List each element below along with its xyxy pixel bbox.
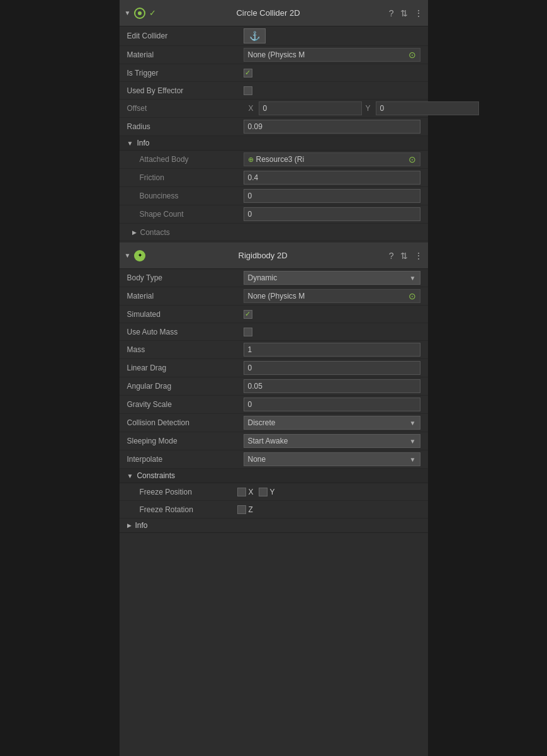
gravity-scale-label: Gravity Scale: [127, 400, 244, 409]
edit-collider-button[interactable]: ⚓: [244, 28, 266, 43]
freeze-position-x-checkbox[interactable]: [237, 488, 246, 496]
linear-drag-label: Linear Drag: [127, 364, 244, 372]
offset-label: Offset: [127, 104, 244, 113]
collision-detection-dropdown[interactable]: Discrete ▼: [244, 416, 420, 430]
contacts-label: Contacts: [140, 228, 170, 237]
attached-body-value: ⊕ Resource3 (Ri ⊙: [244, 152, 420, 166]
radius-input[interactable]: [244, 120, 420, 134]
shape-count-label: Shape Count: [127, 210, 244, 219]
interpolate-arrow-icon: ▼: [410, 456, 416, 463]
circle-collider-help-icon[interactable]: ?: [389, 8, 394, 18]
radius-value: [244, 120, 420, 134]
friction-row: Friction: [120, 169, 428, 187]
constraints-chevron-icon: ▼: [127, 472, 133, 479]
info-section-header[interactable]: ▼ Info: [120, 136, 428, 151]
rigidbody-chevron[interactable]: ▼: [125, 252, 131, 259]
shape-count-value: [244, 207, 420, 221]
interpolate-label: Interpolate: [127, 455, 244, 464]
body-type-text: Dynamic: [248, 273, 278, 282]
rigidbody-material-row: Material None (Physics M ⊙: [120, 287, 428, 306]
contacts-chevron-icon: ▶: [132, 229, 137, 236]
collision-detection-arrow-icon: ▼: [410, 420, 416, 427]
freeze-position-row: Freeze Position X Y: [120, 483, 428, 501]
simulated-checkbox[interactable]: [244, 310, 252, 319]
body-type-label: Body Type: [127, 273, 244, 282]
rigidbody-info-label: Info: [135, 521, 148, 530]
freeze-position-y-checkbox[interactable]: [259, 488, 268, 496]
angular-drag-input[interactable]: [244, 379, 420, 393]
interpolate-row: Interpolate None ▼: [120, 450, 428, 469]
shape-count-row: Shape Count: [120, 205, 428, 224]
angular-drag-label: Angular Drag: [127, 382, 244, 391]
sleeping-mode-text: Start Awake: [248, 437, 288, 445]
bounciness-row: Bounciness: [120, 187, 428, 205]
sleeping-mode-dropdown[interactable]: Start Awake ▼: [244, 434, 420, 448]
rigidbody-material-field[interactable]: None (Physics M ⊙: [244, 289, 420, 303]
used-by-effector-value: [244, 86, 420, 95]
collider-material-target-icon[interactable]: ⊙: [409, 50, 416, 60]
circle-collider-sliders-icon[interactable]: ⇅: [400, 8, 408, 18]
simulated-value: [244, 310, 420, 319]
offset-x-input[interactable]: [259, 101, 362, 115]
mass-label: Mass: [127, 345, 244, 354]
rigidbody-material-target-icon[interactable]: ⊙: [409, 291, 416, 301]
body-type-arrow-icon: ▼: [410, 275, 416, 282]
simulated-row: Simulated: [120, 306, 428, 323]
circle-collider-menu-icon[interactable]: ⋮: [414, 8, 423, 18]
mass-row: Mass: [120, 341, 428, 359]
freeze-rotation-z-checkbox[interactable]: [237, 505, 246, 514]
offset-y-key: Y: [366, 104, 373, 113]
constraints-section-header[interactable]: ▼ Constraints: [120, 469, 428, 483]
circle-collider-chevron[interactable]: ▼: [125, 9, 131, 16]
sleeping-mode-label: Sleeping Mode: [127, 437, 244, 445]
bounciness-input[interactable]: [244, 189, 420, 203]
offset-x-key: X: [249, 104, 256, 113]
collider-material-field[interactable]: None (Physics M ⊙: [244, 48, 420, 62]
angular-drag-row: Angular Drag: [120, 377, 428, 396]
used-by-effector-checkbox[interactable]: [244, 86, 252, 95]
use-auto-mass-label: Use Auto Mass: [127, 328, 244, 336]
circle-collider-header: ▼ ✓ Circle Collider 2D ? ⇅ ⋮: [120, 0, 428, 26]
rigidbody-header-icons: ? ⇅ ⋮: [389, 251, 423, 261]
offset-row: Offset X Y: [120, 100, 428, 118]
friction-input[interactable]: [244, 171, 420, 185]
shape-count-input[interactable]: [244, 207, 420, 221]
rigidbody-title: Rigidbody 2D: [137, 251, 388, 260]
attached-body-row: Attached Body ⊕ Resource3 (Ri ⊙: [120, 151, 428, 169]
is-trigger-row: Is Trigger: [120, 64, 428, 82]
gravity-scale-row: Gravity Scale: [120, 396, 428, 414]
sleeping-mode-row: Sleeping Mode Start Awake ▼: [120, 432, 428, 450]
attached-body-field[interactable]: ⊕ Resource3 (Ri ⊙: [244, 152, 420, 166]
offset-x-pair: X: [249, 101, 362, 115]
rigidbody-sliders-icon[interactable]: ⇅: [400, 251, 408, 261]
mass-value: [244, 343, 420, 357]
radius-row: Radius: [120, 118, 428, 136]
use-auto-mass-value: [244, 328, 420, 336]
collision-detection-text: Discrete: [248, 418, 276, 427]
rigidbody-info-row[interactable]: ▶ Info: [120, 518, 428, 533]
body-type-dropdown[interactable]: Dynamic ▼: [244, 271, 420, 285]
attached-body-target-icon[interactable]: ⊙: [409, 154, 416, 164]
interpolate-dropdown[interactable]: None ▼: [244, 452, 420, 466]
rigidbody-menu-icon[interactable]: ⋮: [414, 251, 423, 261]
freeze-position-x-label: X: [249, 488, 254, 496]
is-trigger-value: [244, 69, 420, 77]
is-trigger-checkbox[interactable]: [244, 69, 252, 77]
use-auto-mass-checkbox[interactable]: [244, 328, 252, 336]
rigidbody-help-icon[interactable]: ?: [389, 251, 394, 261]
rigidbody-info-chevron-icon: ▶: [127, 522, 132, 529]
freeze-rotation-row: Freeze Rotation Z: [120, 501, 428, 518]
collider-material-row: Material None (Physics M ⊙: [120, 46, 428, 64]
interpolate-value: None ▼: [244, 452, 420, 466]
linear-drag-input[interactable]: [244, 361, 420, 375]
edit-collider-label: Edit Collider: [127, 32, 244, 40]
attached-body-text: Resource3 (Ri: [256, 155, 305, 164]
circle-collider-title: Circle Collider 2D: [147, 8, 388, 18]
mass-input[interactable]: [244, 343, 420, 357]
collider-material-value: None (Physics M ⊙: [244, 48, 420, 62]
offset-y-input[interactable]: [376, 101, 479, 115]
sleeping-mode-value: Start Awake ▼: [244, 434, 420, 448]
contacts-row[interactable]: ▶ Contacts: [120, 224, 428, 241]
freeze-rotation-label: Freeze Rotation: [140, 505, 237, 514]
gravity-scale-input[interactable]: [244, 398, 420, 411]
